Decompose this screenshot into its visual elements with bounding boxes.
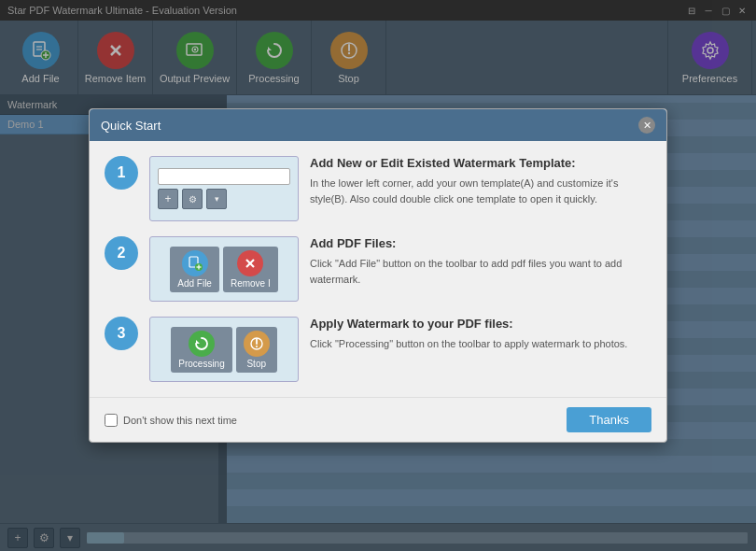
dialog-title-bar: Quick Start ✕ xyxy=(90,109,666,141)
step-2-heading: Add PDF Files: xyxy=(310,236,651,250)
step2-add-icon xyxy=(182,250,208,276)
step-2-icons: Add File Remove I xyxy=(170,247,277,292)
step-2-desc: Click "Add File" button on the toolbar t… xyxy=(310,256,651,287)
step3-processing-label: Processing xyxy=(178,359,224,369)
step-3-heading: Apply Watermark to your PDF files: xyxy=(310,317,651,331)
dialog-title: Quick Start xyxy=(101,119,161,133)
dialog-close-button[interactable]: ✕ xyxy=(638,117,655,134)
svg-point-25 xyxy=(256,346,258,347)
step-1-heading: Add New or Edit Existed Watermark Templa… xyxy=(310,156,651,170)
dont-show-label[interactable]: Don't show this next time xyxy=(105,414,237,427)
step2-remove-icon xyxy=(237,250,263,276)
dont-show-checkbox[interactable] xyxy=(105,414,118,427)
step-1-number: 1 xyxy=(105,156,138,190)
dialog-footer: Don't show this next time Thanks xyxy=(90,397,666,442)
step-2-text: Add PDF Files: Click "Add File" button o… xyxy=(310,236,651,287)
preview-add-btn: + xyxy=(158,189,178,209)
step2-add-label: Add File xyxy=(177,278,212,289)
dialog-overlay: Quick Start ✕ 1 + ⚙ ▾ xyxy=(0,0,756,551)
step-2-preview: Add File Remove I xyxy=(149,236,299,302)
step-3-number: 3 xyxy=(105,317,138,350)
dont-show-text: Don't show this next time xyxy=(123,415,237,426)
preview-drop-btn: ▾ xyxy=(206,189,227,209)
step-2-number: 2 xyxy=(105,236,138,270)
step-1-preview: + ⚙ ▾ xyxy=(149,156,299,221)
svg-marker-22 xyxy=(196,340,200,344)
step-3-row: 3 Processing xyxy=(105,317,651,382)
step-3-desc: Click "Processing" button on the toolbar… xyxy=(310,336,651,352)
step-1-text: Add New or Edit Existed Watermark Templa… xyxy=(310,156,651,206)
step3-processing-btn: Processing xyxy=(171,327,231,373)
step3-stop-btn: Stop xyxy=(236,327,277,373)
step-3-preview: Processing Stop xyxy=(149,317,299,382)
preview-gear-btn: ⚙ xyxy=(182,189,203,209)
thanks-button[interactable]: Thanks xyxy=(567,407,651,432)
step3-stop-label: Stop xyxy=(246,359,266,369)
step3-stop-icon xyxy=(244,331,270,357)
step-1-desc: In the lower left corner, add your own t… xyxy=(310,176,651,206)
step-2-row: 2 Add File xyxy=(105,236,651,302)
quick-start-dialog: Quick Start ✕ 1 + ⚙ ▾ xyxy=(89,108,667,443)
dialog-body: 1 + ⚙ ▾ Add New or Edit Existed Watermar… xyxy=(90,141,666,397)
step2-remove-label: Remove I xyxy=(231,278,271,289)
step-3-text: Apply Watermark to your PDF files: Click… xyxy=(310,317,651,352)
step2-remove-btn: Remove I xyxy=(223,247,278,292)
step-3-icons: Processing Stop xyxy=(171,327,276,373)
step2-add-btn: Add File xyxy=(170,247,219,292)
step-1-row: 1 + ⚙ ▾ Add New or Edit Existed Watermar… xyxy=(105,156,651,221)
step3-processing-icon xyxy=(189,331,215,357)
